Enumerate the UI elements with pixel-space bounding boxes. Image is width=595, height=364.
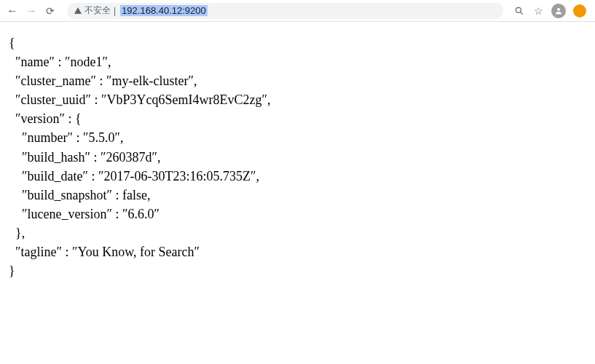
svg-point-2 bbox=[557, 8, 560, 11]
bookmark-star-icon[interactable]: ☆ bbox=[532, 5, 544, 17]
json-value: node1 bbox=[70, 55, 102, 69]
security-label: 不安全 bbox=[84, 4, 111, 17]
json-key: name bbox=[21, 55, 50, 69]
json-value: VbP3Ycq6SemI4wr8EvC2zg bbox=[106, 92, 261, 107]
svg-line-1 bbox=[521, 12, 523, 14]
url-input[interactable]: 不安全 | 192.168.40.12:9200 bbox=[67, 3, 503, 19]
json-value: 2017-06-30T23:16:05.735Z bbox=[103, 169, 250, 183]
json-value: 5.5.0 bbox=[88, 130, 114, 145]
url-text: 192.168.40.12:9200 bbox=[120, 5, 208, 16]
json-key: tagline bbox=[21, 245, 57, 259]
json-key: version bbox=[21, 111, 60, 126]
toolbar-right: ☆ bbox=[513, 4, 589, 18]
json-value: my-elk-cluster bbox=[111, 74, 188, 88]
security-indicator[interactable]: 不安全 | bbox=[74, 4, 116, 17]
warning-triangle-icon bbox=[74, 7, 82, 14]
json-key: build_date bbox=[28, 169, 83, 183]
svg-point-0 bbox=[516, 7, 521, 12]
json-key: build_hash bbox=[28, 150, 85, 165]
zoom-icon[interactable] bbox=[513, 5, 525, 17]
browser-addressbar: ← → ⟳ 不安全 | 192.168.40.12:9200 ☆ bbox=[0, 0, 595, 22]
json-value: false bbox=[122, 188, 147, 202]
json-value: 6.6.0 bbox=[127, 207, 154, 221]
json-key: cluster_uuid bbox=[21, 92, 86, 107]
json-key: lucene_version bbox=[28, 207, 107, 221]
json-value: 260387d bbox=[106, 150, 152, 165]
json-key: number bbox=[28, 130, 68, 145]
notification-badge[interactable] bbox=[573, 4, 586, 17]
json-key: build_snapshot bbox=[28, 188, 107, 202]
forward-button[interactable]: → bbox=[25, 4, 38, 17]
security-separator: | bbox=[114, 6, 116, 16]
json-key: cluster_name bbox=[21, 74, 91, 88]
json-value: You Know, for Search bbox=[77, 245, 194, 259]
back-button[interactable]: ← bbox=[6, 4, 19, 17]
reload-button[interactable]: ⟳ bbox=[44, 4, 57, 17]
response-body: { ″name″ : ″node1″, ″cluster_name″ : ″my… bbox=[0, 22, 595, 292]
profile-avatar[interactable] bbox=[551, 4, 566, 18]
